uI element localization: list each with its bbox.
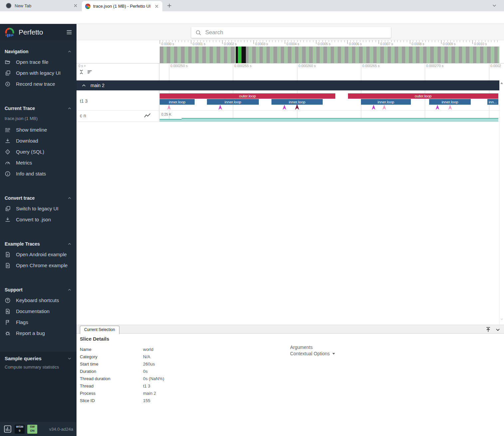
version-label: v34.0-ad24a: [49, 427, 73, 432]
sidebar-item-query-sql[interactable]: Query (SQL): [0, 146, 77, 157]
browser-toolbar: ui.perfetto.dev/#!/viewer?local_cache_ke…: [0, 11, 504, 24]
overview-label: 0.0006 s: [349, 42, 362, 46]
time-label: 0.0002: [490, 64, 501, 68]
item-label: Download: [16, 138, 38, 144]
slice-inner-loop[interactable]: inner.loop: [429, 99, 471, 105]
sidebar: Perfetto Navigation Open trace file Open…: [0, 24, 77, 436]
counter-area[interactable]: [182, 118, 498, 122]
sidebar-item-record-new-trace[interactable]: Record new trace: [0, 78, 77, 89]
section-current-trace[interactable]: Current Trace: [0, 103, 77, 113]
search-input[interactable]: [205, 29, 391, 36]
dropdown-arrow-icon: [332, 353, 335, 355]
section-title: Navigation: [5, 49, 29, 54]
section-support[interactable]: Support: [0, 285, 77, 295]
dropdown-label: Contextual Options: [290, 351, 330, 356]
overview-label: 0.0000 s: [161, 42, 174, 46]
overview-label: 0.0001 s: [193, 42, 205, 46]
search-box[interactable]: [191, 27, 391, 38]
slice-outer-loop[interactable]: outer.loop: [348, 93, 498, 99]
sidebar-item-info-and-stats[interactable]: Info and stats: [0, 168, 77, 179]
sidebar-item-open-chrome-example[interactable]: Open Chrome example: [0, 260, 77, 271]
row-value: main 2: [143, 391, 156, 396]
instant-marker[interactable]: [372, 105, 376, 110]
contextual-options-dropdown[interactable]: Contextual Options: [290, 351, 335, 356]
sidebar-item-flags[interactable]: Flags: [0, 317, 77, 328]
sort-tracks-icon[interactable]: [87, 69, 92, 75]
row-label: Process: [80, 391, 143, 396]
sidebar-item-switch-legacy-ui[interactable]: Switch to legacy UI: [0, 203, 77, 214]
counter-area[interactable]: [160, 119, 182, 122]
section-convert-trace[interactable]: Convert trace: [0, 193, 77, 203]
sidebar-item-documentation[interactable]: Documentation: [0, 306, 77, 317]
sidebar-logo-row: Perfetto: [0, 24, 77, 41]
slice-inner-loop[interactable]: inner.loop: [160, 99, 195, 105]
slice-inner-loop[interactable]: inner.loop: [361, 99, 411, 105]
collapse-panel-icon[interactable]: [495, 327, 501, 333]
track-separator: [77, 122, 499, 122]
instant-marker[interactable]: [282, 105, 286, 110]
vertical-scrollbar[interactable]: [499, 80, 504, 325]
instant-marker[interactable]: [448, 105, 452, 110]
slice-inner-loop[interactable]: inner.loop: [207, 99, 259, 105]
track-label-divider: [159, 90, 159, 122]
instant-marker[interactable]: [167, 105, 171, 110]
slice-outer-loop[interactable]: outer.loop: [160, 93, 335, 99]
overview-tick: [410, 40, 410, 44]
sidebar-item-download[interactable]: Download: [0, 135, 77, 146]
sw-badge[interactable]: SW ON: [27, 425, 37, 434]
sidebar-footer: WSM 0 SW ON v34.0-ad24a: [0, 422, 77, 436]
instant-marker[interactable]: [382, 105, 386, 110]
tab-perfetto[interactable]: trace.json (1 MB) - Perfetto UI: [82, 1, 162, 11]
expand-panel-icon[interactable]: [485, 326, 491, 333]
viewport-edge[interactable]: [242, 47, 246, 63]
sidebar-item-metrics[interactable]: Metrics: [0, 157, 77, 168]
instant-marker[interactable]: [218, 105, 222, 110]
track-label-divider: [159, 63, 159, 80]
query-icon: [5, 149, 11, 155]
tab-list-chevron-icon[interactable]: [492, 3, 497, 8]
section-title: Sample queries: [5, 356, 42, 361]
info-icon: [5, 171, 11, 177]
bug-icon: [5, 330, 11, 336]
item-label: Open Chrome example: [16, 263, 68, 268]
wsm-badge[interactable]: WSM 0: [15, 425, 25, 434]
section-title: Support: [5, 287, 23, 292]
time-gridline: [361, 63, 361, 122]
slice-inner-loop[interactable]: inn...: [487, 99, 498, 105]
overview-tick: [253, 40, 254, 44]
tab-new-tab[interactable]: New Tab: [3, 0, 81, 11]
viewport-selection[interactable]: [238, 47, 242, 63]
process-group-header[interactable]: main 2: [77, 80, 499, 90]
sidebar-item-convert-to-json[interactable]: Convert to .json: [0, 214, 77, 225]
sample-query-item[interactable]: Compute summary statistics: [5, 365, 72, 370]
sidebar-item-open-android-example[interactable]: Open Android example: [0, 249, 77, 260]
section-sample-queries[interactable]: Sample queries: [5, 356, 72, 361]
scroll-down-icon[interactable]: [500, 317, 504, 321]
time-gridline: [425, 63, 425, 122]
sidebar-item-keyboard-shortcuts[interactable]: Keyboard shortcuts: [0, 295, 77, 306]
thread-track-label[interactable]: t1 3: [80, 98, 87, 104]
collapse-tracks-icon[interactable]: [79, 69, 84, 75]
scroll-up-icon[interactable]: [500, 82, 503, 84]
sidebar-item-report-a-bug[interactable]: Report a bug: [0, 328, 77, 339]
new-tab-button[interactable]: [166, 3, 172, 9]
instant-marker[interactable]: [435, 105, 439, 110]
bar-chart-icon[interactable]: [3, 425, 12, 433]
instant-marker-selected[interactable]: [295, 104, 299, 110]
sidebar-item-show-timeline[interactable]: Show timeline: [0, 124, 77, 135]
tab-current-selection[interactable]: Current Selection: [80, 326, 119, 334]
section-example-traces[interactable]: Example Traces: [0, 239, 77, 249]
overview-label: 0.0002 s: [224, 42, 237, 46]
time-label: 0.000255 s: [234, 64, 252, 68]
badge-value: ON: [30, 429, 35, 433]
close-tab-icon[interactable]: [73, 3, 78, 8]
hamburger-menu-icon[interactable]: [66, 29, 73, 36]
collapse-group-icon[interactable]: [81, 83, 86, 88]
sidebar-item-open-trace-file[interactable]: Open trace file: [0, 56, 77, 67]
row-label: Thread duration: [80, 376, 143, 381]
close-tab-icon[interactable]: [154, 4, 159, 9]
section-navigation[interactable]: Navigation: [0, 47, 77, 56]
trace-minimap[interactable]: [160, 47, 499, 63]
sidebar-item-open-legacy-ui[interactable]: Open with legacy UI: [0, 67, 77, 78]
counter-track-label[interactable]: c n: [80, 113, 86, 118]
